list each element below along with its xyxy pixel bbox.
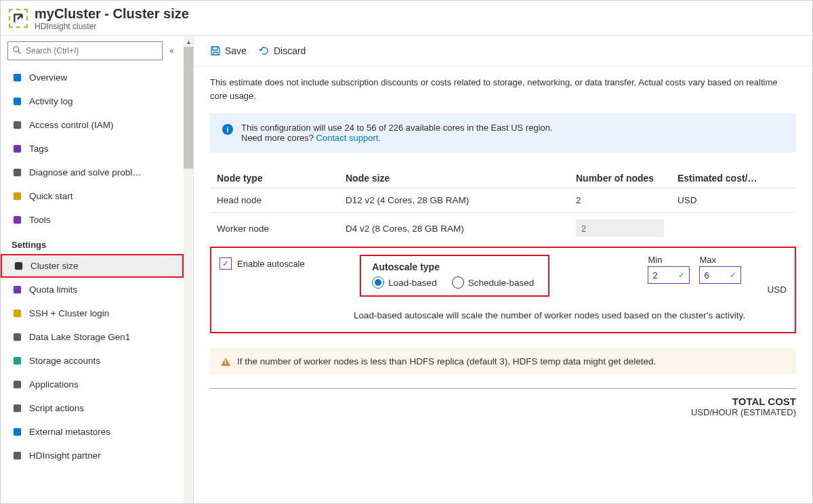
info-line2: Need more cores? [241,133,316,143]
table-row: Worker node D4 v2 (8 Cores, 28 GB RAM) [210,212,796,244]
sidebar-item-label: Access control (IAM) [29,120,114,130]
sidebar-item-cluster-size[interactable]: Cluster size [1,254,184,278]
sidebar-item-tools[interactable]: Tools [1,208,184,232]
sidebar-item-script-actions[interactable]: Script actions [1,396,184,420]
svg-rect-4 [13,121,20,129]
sidebar-item-storage-accounts[interactable]: Storage accounts [1,349,184,373]
main-content: Save Discard This estimate does not incl… [194,36,812,504]
bolt-icon [12,191,22,202]
radio-load-based[interactable]: Load-based [372,276,436,289]
sidebar-item-label: SSH + Cluster login [29,308,109,318]
radio-dot-icon [452,276,464,289]
warning-icon [221,358,230,366]
search-icon [12,45,22,57]
stor-icon [12,356,22,366]
radio-load-label: Load-based [388,278,436,288]
cluster-icon [9,9,28,28]
sidebar-item-label: Cluster size [30,261,79,271]
contact-support-link[interactable]: Contact support. [316,133,381,143]
th-num-nodes: Number of nodes [576,173,678,184]
num-nodes-value: 2 [576,195,581,205]
sidebar-item-tags[interactable]: Tags [1,137,184,161]
info-banner: i This configuration will use 24 to 56 o… [210,113,796,152]
sidebar-scrollbar[interactable]: ▴ [184,36,193,504]
node-table: Node type Node size Number of nodes Esti… [210,169,796,244]
sidebar-item-diagnose-and-solve-probl-[interactable]: Diagnose and solve probl… [1,161,184,184]
sidebar-item-external-metastores[interactable]: External metastores [1,420,184,444]
sidebar-item-data-lake-storage-gen-[interactable]: Data Lake Storage Gen1 [1,325,184,349]
sidebar-item-label: Tools [29,215,51,225]
table-row: Head node D12 v2 (4 Cores, 28 GB RAM) 2 … [210,188,796,212]
quota-icon [12,285,22,295]
iam-icon [12,120,22,131]
sidebar-item-label: Quick start [29,191,73,201]
autoscale-type-title: Autoscale type [372,261,537,272]
total-label: TOTAL COST [210,396,796,407]
sidebar-item-quick-start[interactable]: Quick start [1,184,184,208]
min-value: 2 [652,270,657,280]
svg-rect-3 [13,98,20,105]
sidebar-item-label: Diagnose and solve probl… [29,167,142,177]
partner-icon [12,450,22,461]
cell-size: D12 v2 (4 Cores, 28 GB RAM) [346,195,576,205]
search-input[interactable] [26,46,158,56]
num-nodes-input[interactable] [576,219,664,237]
log-icon [12,96,22,107]
svg-point-0 [14,46,19,51]
warning-text: If the number of worker nodes is less th… [237,356,656,366]
svg-rect-15 [13,404,20,412]
overview-icon [12,72,22,83]
radio-schedule-based[interactable]: Schedule-based [452,276,535,289]
enable-autoscale-checkbox[interactable]: ✓ Enable autoscale [220,255,305,270]
max-label: Max [699,255,741,265]
page-title: myCluster - Cluster size [35,6,189,22]
total-sub: USD/HOUR (ESTIMATED) [210,407,796,417]
scroll-thumb[interactable] [184,47,193,169]
cell-type: Head node [217,195,346,205]
sidebar-item-overview[interactable]: Overview [1,66,184,89]
min-input[interactable]: 2✓ [648,266,690,284]
search-input-wrap[interactable] [7,41,163,60]
radio-sched-label: Schedule-based [468,278,535,288]
collapse-sidebar-button[interactable]: « [167,43,177,58]
tag-icon [12,144,22,154]
sidebar-item-label: Overview [29,72,67,83]
sidebar-item-label: External metastores [29,427,110,437]
max-input[interactable]: 6✓ [699,266,741,284]
cell-num [576,219,678,237]
sidebar-item-quota-limits[interactable]: Quota limits [1,278,184,301]
scroll-up-arrow-icon[interactable]: ▴ [184,36,193,47]
svg-rect-10 [13,286,20,293]
check-icon: ✓ [730,270,736,280]
svg-rect-17 [13,452,20,459]
svg-rect-12 [13,333,20,341]
sidebar-item-label: Data Lake Storage Gen1 [29,332,130,342]
save-label: Save [225,45,247,56]
estimate-description: This estimate does not include subscript… [210,76,796,102]
svg-line-1 [18,51,21,54]
sidebar-item-activity-log[interactable]: Activity log [1,89,184,113]
save-button[interactable]: Save [210,45,247,56]
sidebar-item-access-control-iam-[interactable]: Access control (IAM) [1,113,184,137]
checkbox-icon: ✓ [220,257,232,270]
sidebar-item-label: Activity log [29,96,73,106]
svg-rect-11 [13,310,20,317]
sidebar-item-ssh-cluster-login[interactable]: SSH + Cluster login [1,301,184,325]
th-node-size: Node size [346,173,576,184]
dls-icon [12,332,22,343]
save-icon [210,45,221,56]
max-value: 6 [704,270,709,280]
sidebar-item-applications[interactable]: Applications [1,373,184,396]
cell-size: D4 v2 (8 Cores, 28 GB RAM) [346,224,576,234]
settings-section-title: Settings [1,232,184,254]
script-icon [12,403,22,414]
sidebar-item-hdinsight-partner[interactable]: HDInsight partner [1,444,184,467]
sidebar-item-label: Tags [29,144,49,154]
diag-icon [12,167,22,178]
discard-button[interactable]: Discard [259,45,306,56]
info-line1: This configuration will use 24 to 56 of … [241,123,553,133]
tools-icon [12,215,22,226]
sidebar-item-label: Storage accounts [29,356,100,366]
discard-icon [259,45,270,56]
toolbar: Save Discard [194,36,812,66]
